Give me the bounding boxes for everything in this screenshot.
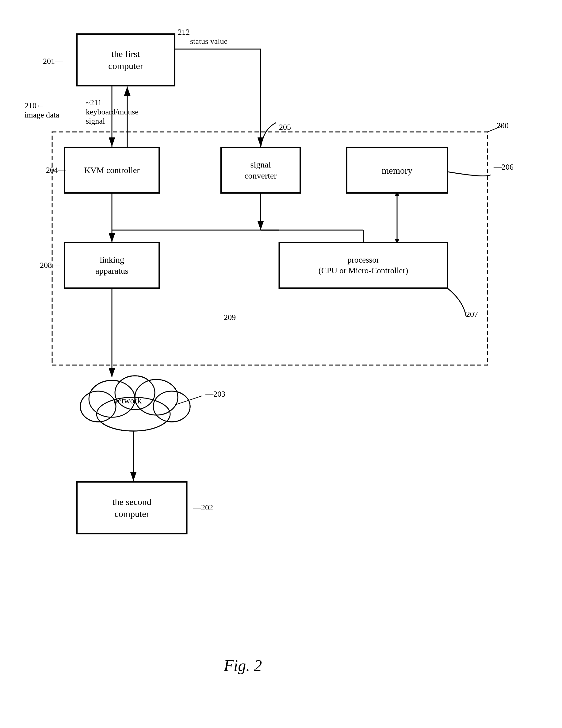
ref-200: 200 <box>497 121 509 130</box>
curve-206 <box>448 172 491 176</box>
linking-apparatus-box: linking apparatus <box>64 242 160 288</box>
curve-205 <box>261 123 276 147</box>
second-computer-box: the second computer <box>77 482 187 534</box>
curve-207 <box>448 288 466 316</box>
diagram-container: the first computer 201— 212 status value… <box>25 12 530 703</box>
status-value-label: status value <box>190 37 228 46</box>
ref-203: —203 <box>206 390 225 399</box>
keyboard-mouse-label: keyboard/mouse signal <box>86 107 139 126</box>
ref-210-label: 210← <box>25 101 44 110</box>
ref-207: 207 <box>466 310 478 319</box>
ref-205: 205 <box>279 123 291 132</box>
ref-201: 201— <box>43 57 63 66</box>
ref-211: ~211 <box>86 98 102 107</box>
fig-label: Fig. 2 <box>224 657 262 675</box>
first-computer-box: the first computer <box>77 34 175 86</box>
ref-202: —202 <box>193 503 213 512</box>
ref-208: 208— <box>40 261 60 270</box>
kvm-controller-box: KVM controller <box>64 147 160 193</box>
image-data-label: image data <box>25 110 59 120</box>
processor-box: processor (CPU or Micro-Controller) <box>279 242 448 288</box>
ref-209: 209 <box>224 313 236 322</box>
ref-206: —206 <box>494 163 514 172</box>
memory-box: memory <box>346 147 448 193</box>
network-label: network <box>114 396 142 406</box>
ref-204: 204— <box>46 166 66 175</box>
ref-212-label: 212 <box>178 28 190 37</box>
signal-converter-box: signal converter <box>221 147 300 193</box>
